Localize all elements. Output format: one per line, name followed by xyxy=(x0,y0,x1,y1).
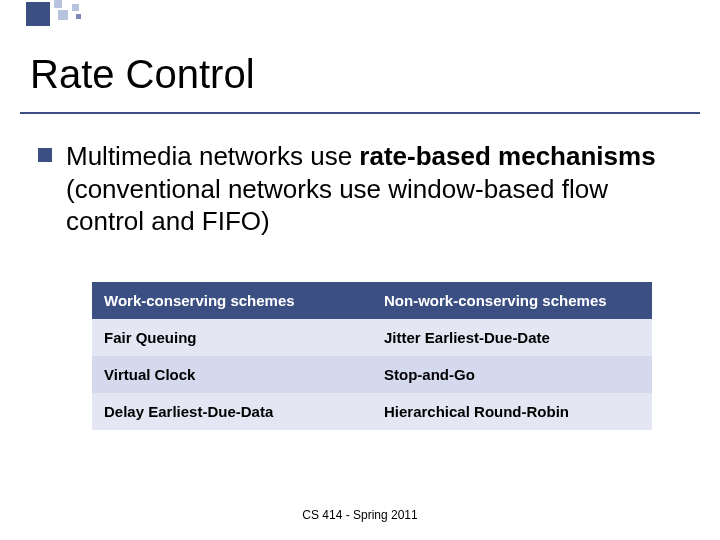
table-row: Virtual Clock Stop-and-Go xyxy=(92,356,652,393)
bullet-item: Multimedia networks use rate-based mecha… xyxy=(38,140,682,238)
decor-square-small xyxy=(76,14,81,19)
table-cell: Stop-and-Go xyxy=(372,356,652,393)
bullet-text-bold: rate-based mechanisms xyxy=(359,141,655,171)
table-cell: Jitter Earliest-Due-Date xyxy=(372,319,652,356)
slide: Rate Control Multimedia networks use rat… xyxy=(0,0,720,540)
slide-body: Multimedia networks use rate-based mecha… xyxy=(38,140,682,238)
schemes-table: Work-conserving schemes Non-work-conserv… xyxy=(92,282,652,430)
decor-square-small xyxy=(54,0,62,8)
table-row: Delay Earliest-Due-Data Hierarchical Rou… xyxy=(92,393,652,430)
bullet-text-prefix: Multimedia networks use xyxy=(66,141,359,171)
table-header-cell: Work-conserving schemes xyxy=(92,282,372,319)
bullet-text: Multimedia networks use rate-based mecha… xyxy=(66,140,682,238)
decor-square-small xyxy=(72,4,79,11)
slide-title: Rate Control xyxy=(30,52,255,97)
bullet-square-icon xyxy=(38,148,52,162)
title-underline xyxy=(20,112,700,114)
slide-footer: CS 414 - Spring 2011 xyxy=(0,508,720,522)
table-cell: Delay Earliest-Due-Data xyxy=(92,393,372,430)
table-cell: Hierarchical Round-Robin xyxy=(372,393,652,430)
slide-decor xyxy=(18,0,138,36)
table-header-cell: Non-work-conserving schemes xyxy=(372,282,652,319)
table-cell: Fair Queuing xyxy=(92,319,372,356)
decor-square-large xyxy=(26,2,50,26)
decor-square-small xyxy=(58,10,68,20)
bullet-text-suffix: (conventional networks use window-based … xyxy=(66,174,608,237)
table-cell: Virtual Clock xyxy=(92,356,372,393)
table-row: Fair Queuing Jitter Earliest-Due-Date xyxy=(92,319,652,356)
table-header-row: Work-conserving schemes Non-work-conserv… xyxy=(92,282,652,319)
